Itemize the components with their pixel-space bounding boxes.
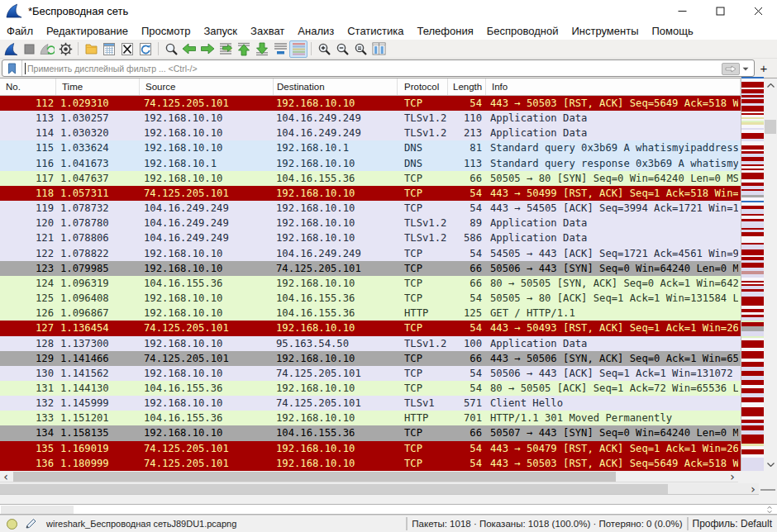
display-filter-input[interactable]: Применить дисплейный фильтр ... <Ctrl-/>: [2, 59, 755, 77]
main-toolbar: [0, 40, 777, 59]
minimize-button[interactable]: [663, 0, 701, 21]
cell-length: 54: [448, 96, 486, 111]
packet-row-113[interactable]: 1131.030257192.168.10.10104.16.249.249TL…: [0, 111, 741, 126]
menu-редактирование[interactable]: Редактирование: [40, 22, 135, 40]
packet-row-123[interactable]: 1231.079985192.168.10.1074.125.205.101TC…: [0, 261, 741, 276]
packet-row-117[interactable]: 1171.047637192.168.10.10104.16.155.36TCP…: [0, 171, 741, 186]
vertical-scrollbar[interactable]: [764, 78, 777, 471]
menu-анализ[interactable]: Анализ: [291, 22, 341, 40]
apply-filter-button[interactable]: [722, 63, 740, 75]
menu-статистика[interactable]: Статистика: [341, 22, 410, 40]
zoom-in-button[interactable]: [315, 40, 333, 58]
packet-row-112[interactable]: 1121.02931074.125.205.101192.168.10.10TC…: [0, 96, 741, 111]
edit-comment-icon[interactable]: [25, 518, 38, 530]
cell-time: 1.136454: [56, 321, 140, 335]
menu-захват[interactable]: Захват: [244, 22, 291, 40]
packet-row-136[interactable]: 1361.18099974.125.205.101192.168.10.10TC…: [0, 456, 741, 471]
hscroll-right-arrow-icon[interactable]: ›: [727, 471, 738, 482]
cell-no: 123: [0, 261, 56, 276]
packet-list-hscrollbar[interactable]: ‹ ›: [0, 471, 738, 482]
cell-info: Application Data: [486, 336, 738, 351]
packet-minimap[interactable]: [741, 77, 764, 471]
go-to-packet-button[interactable]: [217, 40, 235, 58]
menu-помощь[interactable]: Помощь: [646, 22, 700, 40]
open-file-button[interactable]: [82, 40, 100, 58]
reload-file-button[interactable]: [136, 40, 155, 58]
menu-инструменты[interactable]: Инструменты: [565, 22, 645, 40]
colorize-button[interactable]: [289, 40, 307, 58]
save-file-button[interactable]: [100, 40, 118, 58]
capture-options-button[interactable]: [56, 40, 74, 58]
maximize-button[interactable]: [701, 0, 739, 21]
cell-info: 443 → 54505 [ACK] Seq=3994 Ack=1721 Win=…: [486, 201, 738, 216]
arrow-right-icon: [200, 43, 215, 55]
packet-row-133[interactable]: 1331.151201104.16.155.36192.168.10.10HTT…: [0, 411, 741, 425]
hscroll2-right-arrow-icon[interactable]: ›: [747, 483, 759, 495]
cell-source: 192.168.10.10: [140, 306, 274, 321]
column-header-time[interactable]: Time: [56, 78, 140, 95]
go-first-button[interactable]: [235, 40, 253, 58]
packet-row-120[interactable]: 1201.078780104.16.249.249192.168.10.10TL…: [0, 216, 741, 230]
packet-row-135[interactable]: 1351.16901974.125.205.101192.168.10.10TC…: [0, 441, 741, 456]
cell-info: 50506 → 443 [ACK] Seq=1 Ack=1 Win=131072…: [486, 366, 738, 381]
packet-row-125[interactable]: 1251.096408192.168.10.10104.16.155.36TCP…: [0, 291, 741, 306]
packet-row-132[interactable]: 1321.145999192.168.10.1074.125.205.101TL…: [0, 396, 741, 411]
add-filter-button[interactable]: +: [757, 61, 770, 74]
menu-запуск[interactable]: Запуск: [197, 22, 244, 40]
go-last-button[interactable]: [253, 40, 271, 58]
packet-row-119[interactable]: 1191.078732104.16.249.249192.168.10.10TC…: [0, 201, 741, 216]
packet-row-130[interactable]: 1301.141562192.168.10.1074.125.205.101TC…: [0, 366, 741, 381]
column-header-destination[interactable]: Destination: [274, 78, 398, 95]
column-header-protocol[interactable]: Protocol: [398, 78, 448, 95]
packet-row-115[interactable]: 1151.033624192.168.10.10192.168.10.1DNS8…: [0, 140, 741, 155]
menu-беспроводной[interactable]: Беспроводной: [480, 22, 565, 40]
mini-scroll-arrows-icon[interactable]: [765, 505, 775, 514]
pane-hscrollbar[interactable]: ‹ ›: [0, 483, 759, 495]
start-capture-button[interactable]: [2, 40, 20, 58]
stop-capture-button[interactable]: [20, 40, 38, 58]
column-header-no[interactable]: No.: [0, 78, 56, 95]
column-header-source[interactable]: Source: [140, 78, 274, 95]
packet-row-128[interactable]: 1281.137300192.168.10.1095.163.54.50TLSv…: [0, 336, 741, 351]
packet-row-127[interactable]: 1271.13645474.125.205.101192.168.10.10TC…: [0, 321, 741, 335]
hscroll-thumb[interactable]: [13, 472, 616, 482]
column-header-length[interactable]: Length: [448, 78, 486, 95]
zoom-out-button[interactable]: [333, 40, 351, 58]
menu-телефония[interactable]: Телефония: [410, 22, 479, 40]
scroll-up-arrow-icon[interactable]: [764, 80, 777, 90]
auto-scroll-button[interactable]: [271, 40, 289, 58]
scroll-down-arrow-icon[interactable]: [764, 459, 777, 469]
menu-файл[interactable]: Файл: [0, 22, 40, 40]
vertical-scroll-thumb[interactable]: [765, 120, 776, 134]
packet-row-114[interactable]: 1141.030320192.168.10.10104.16.249.249TL…: [0, 126, 741, 140]
menu-просмотр[interactable]: Просмотр: [135, 22, 197, 40]
restart-capture-button[interactable]: [38, 40, 56, 58]
packet-row-129[interactable]: 1291.14146674.125.205.101192.168.10.10TC…: [0, 351, 741, 366]
go-back-button[interactable]: [180, 40, 198, 58]
packet-row-118[interactable]: 1181.05731174.125.205.101192.168.10.10TC…: [0, 186, 741, 201]
zoom-reset-button[interactable]: [351, 40, 369, 58]
hscroll2-thumb[interactable]: [0, 484, 668, 494]
resize-columns-button[interactable]: [369, 40, 388, 58]
packet-row-124[interactable]: 1241.096319104.16.155.36192.168.10.10TCP…: [0, 276, 741, 291]
packet-row-131[interactable]: 1311.144130104.16.155.36192.168.10.10TCP…: [0, 381, 741, 396]
minimap-stripe: [741, 407, 764, 416]
cell-source: 104.16.249.249: [140, 201, 274, 216]
splitter-grip[interactable]: [760, 489, 775, 491]
find-packet-button[interactable]: [162, 40, 180, 58]
filter-dropdown-button[interactable]: [740, 62, 751, 75]
go-forward-button[interactable]: [198, 40, 217, 58]
column-header-info[interactable]: Info: [486, 78, 741, 95]
close-button[interactable]: [739, 0, 777, 21]
filter-bookmark-icon[interactable]: [2, 60, 22, 76]
close-file-button[interactable]: [118, 40, 136, 58]
packet-row-134[interactable]: 1341.158135192.168.10.10104.16.155.36TCP…: [0, 425, 741, 440]
packet-row-121[interactable]: 1211.078806104.16.249.249192.168.10.10TL…: [0, 230, 741, 245]
packet-row-122[interactable]: 1221.078822192.168.10.10104.16.249.249TC…: [0, 246, 741, 261]
zoom-in-icon: [317, 42, 331, 56]
hscroll-left-arrow-icon[interactable]: ‹: [0, 471, 12, 482]
cell-protocol: TLSv1: [398, 396, 448, 411]
expert-info-icon[interactable]: [7, 519, 17, 530]
packet-row-116[interactable]: 1161.041673192.168.10.1192.168.10.10DNS1…: [0, 156, 741, 171]
packet-row-126[interactable]: 1261.096867192.168.10.10104.16.155.36HTT…: [0, 306, 741, 321]
